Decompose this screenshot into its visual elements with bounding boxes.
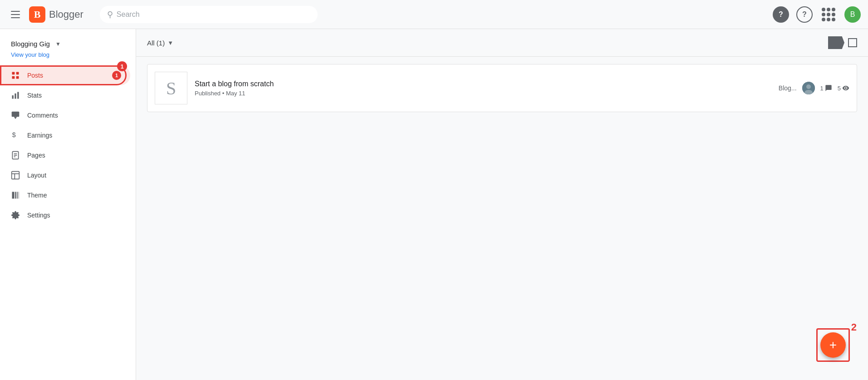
sidebar-item-stats[interactable]: Stats xyxy=(0,85,130,105)
select-all-checkbox[interactable] xyxy=(848,38,857,47)
fab-container: 2 + xyxy=(816,328,850,362)
pages-icon xyxy=(11,151,20,160)
filter-label: All (1) xyxy=(147,39,165,47)
svg-rect-1 xyxy=(16,72,19,75)
settings-icon xyxy=(11,211,20,220)
new-post-fab-button[interactable]: + xyxy=(820,332,846,358)
post-stats: 1 5 xyxy=(820,84,849,92)
apps-grid-icon[interactable] xyxy=(820,6,837,23)
sidebar-item-posts[interactable]: Posts 1 1 xyxy=(0,65,130,85)
comments-stat: 1 xyxy=(820,84,832,92)
svg-rect-6 xyxy=(17,92,19,99)
svg-rect-20 xyxy=(19,192,19,199)
svg-rect-0 xyxy=(12,72,15,75)
blogger-logo-icon: B xyxy=(29,6,45,23)
views-stat: 5 xyxy=(838,84,849,92)
post-author-avatar xyxy=(802,82,815,94)
fab-highlight-box: 2 + xyxy=(816,328,850,362)
filter-select[interactable]: All (1) ▼ xyxy=(147,39,173,47)
posts-icon xyxy=(11,71,20,80)
stats-icon xyxy=(11,91,20,100)
search-placeholder-text: Search xyxy=(117,10,140,19)
hamburger-menu-button[interactable] xyxy=(7,7,24,22)
sidebar-theme-label: Theme xyxy=(27,192,47,199)
svg-text:$: $ xyxy=(12,131,16,138)
svg-rect-14 xyxy=(12,172,20,179)
header-help-circle-button[interactable]: ? xyxy=(796,6,813,23)
search-icon: ⚲ xyxy=(107,10,113,20)
label-filter-button[interactable] xyxy=(828,36,844,49)
svg-rect-17 xyxy=(12,192,15,199)
post-label: Blog... xyxy=(779,84,797,92)
sidebar-item-comments[interactable]: Comments xyxy=(0,105,130,125)
header-help-dark-button[interactable]: ? xyxy=(773,6,789,23)
sidebar-posts-label: Posts xyxy=(27,72,43,79)
svg-rect-19 xyxy=(17,192,18,199)
blog-selector[interactable]: Blogging Gig ▼ xyxy=(0,36,136,51)
user-avatar[interactable]: B xyxy=(844,6,861,23)
theme-icon xyxy=(11,191,20,200)
blogger-logo[interactable]: B Blogger xyxy=(29,6,83,23)
search-bar[interactable]: ⚲ Search xyxy=(100,6,318,23)
posts-badge: 1 xyxy=(112,71,121,80)
post-info: Start a blog from scratch Published • Ma… xyxy=(195,80,771,97)
sidebar-item-theme[interactable]: Theme xyxy=(0,185,130,205)
blog-dropdown-arrow: ▼ xyxy=(55,41,61,47)
layout-icon xyxy=(11,171,20,180)
svg-marker-8 xyxy=(14,117,17,119)
svg-rect-7 xyxy=(12,112,20,117)
sidebar-item-earnings[interactable]: $ Earnings xyxy=(0,125,130,145)
svg-point-23 xyxy=(806,84,811,89)
sidebar-item-pages[interactable]: Pages xyxy=(0,145,130,165)
app-header: B Blogger ⚲ Search ? ? B xyxy=(0,0,868,29)
page-body: Blogging Gig ▼ View your blog Posts 1 1 xyxy=(0,29,868,380)
svg-rect-2 xyxy=(12,76,15,79)
sidebar-stats-label: Stats xyxy=(27,92,42,99)
blogger-logo-text: Blogger xyxy=(49,9,83,20)
header-right: ? ? B xyxy=(773,6,861,23)
comments-icon xyxy=(11,111,20,120)
fab-annotation-number: 2 xyxy=(851,321,857,333)
sidebar-layout-label: Layout xyxy=(27,172,46,179)
svg-rect-18 xyxy=(15,192,16,199)
sidebar-comments-label: Comments xyxy=(27,112,58,119)
main-content: All (1) ▼ S Start a blog from scratch Pu… xyxy=(136,29,868,380)
sidebar: Blogging Gig ▼ View your blog Posts 1 1 xyxy=(0,29,136,380)
sidebar-item-layout[interactable]: Layout xyxy=(0,165,130,185)
sidebar-earnings-label: Earnings xyxy=(27,132,52,139)
post-meta: Published • May 11 xyxy=(195,90,771,97)
blog-name: Blogging Gig xyxy=(11,40,50,48)
posts-list: S Start a blog from scratch Published • … xyxy=(136,57,868,123)
svg-rect-4 xyxy=(12,95,14,99)
posts-toolbar: All (1) ▼ xyxy=(136,29,868,57)
sidebar-item-settings[interactable]: Settings xyxy=(0,205,130,225)
post-thumbnail: S xyxy=(155,72,187,104)
post-title: Start a blog from scratch xyxy=(195,80,771,88)
view-blog-link[interactable]: View your blog xyxy=(0,51,136,65)
sidebar-settings-label: Settings xyxy=(27,212,50,219)
svg-rect-3 xyxy=(16,76,19,79)
sidebar-pages-label: Pages xyxy=(27,152,45,159)
post-actions: Blog... 1 xyxy=(779,82,849,94)
svg-rect-5 xyxy=(15,94,16,99)
post-card[interactable]: S Start a blog from scratch Published • … xyxy=(147,64,857,112)
header-left: B Blogger ⚲ Search xyxy=(7,6,318,23)
earnings-icon: $ xyxy=(11,131,20,140)
filter-dropdown-arrow: ▼ xyxy=(167,39,173,46)
